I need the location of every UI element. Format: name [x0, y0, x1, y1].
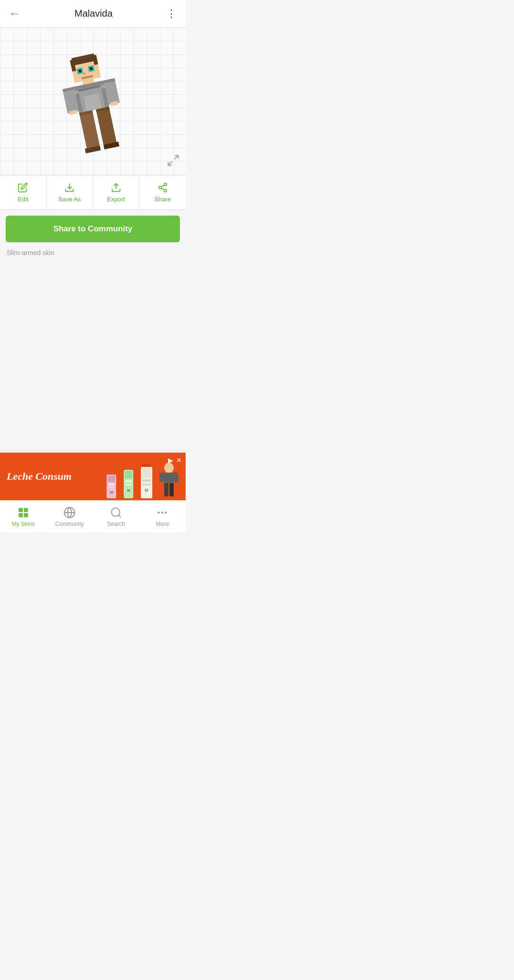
- bottle-3: M: [138, 462, 155, 500]
- nav-community[interactable]: Community: [47, 501, 93, 533]
- more-icon: [156, 506, 168, 519]
- back-button[interactable]: ←: [9, 6, 21, 21]
- ad-banner: Leche Consum ▶ ✕ M M: [0, 453, 186, 500]
- my-skins-icon: [17, 506, 30, 519]
- svg-rect-56: [142, 479, 151, 482]
- svg-rect-10: [90, 68, 92, 70]
- skin-svg: [54, 48, 131, 158]
- ad-play-button[interactable]: ▶: [168, 456, 173, 464]
- svg-rect-19: [83, 93, 101, 111]
- svg-rect-26: [79, 110, 100, 152]
- svg-line-72: [119, 515, 121, 517]
- nav-my-skins[interactable]: My Skins: [0, 501, 47, 533]
- svg-point-75: [165, 511, 167, 513]
- ad-close-button[interactable]: ✕: [176, 456, 182, 464]
- svg-text:M: M: [127, 488, 130, 493]
- export-label: Export: [107, 196, 125, 203]
- save-as-button[interactable]: Save As: [47, 176, 93, 209]
- svg-line-39: [161, 188, 164, 190]
- nav-community-label: Community: [55, 521, 84, 527]
- expand-icon[interactable]: [167, 154, 180, 169]
- page-title: Malavida: [74, 8, 112, 19]
- skin-preview: [54, 48, 131, 159]
- svg-rect-49: [125, 471, 132, 478]
- svg-rect-9: [79, 70, 81, 72]
- svg-rect-61: [159, 473, 164, 482]
- bottle-2: M: [121, 464, 136, 500]
- svg-point-73: [158, 511, 160, 513]
- svg-text:M: M: [145, 488, 148, 493]
- nav-my-skins-label: My Skins: [11, 521, 35, 527]
- svg-rect-28: [96, 107, 118, 148]
- svg-point-36: [164, 183, 167, 186]
- svg-point-59: [164, 463, 174, 473]
- svg-rect-51: [125, 484, 132, 485]
- svg-rect-11: [83, 73, 86, 75]
- svg-rect-50: [125, 480, 132, 482]
- nav-search[interactable]: Search: [93, 501, 139, 533]
- svg-line-33: [168, 161, 172, 165]
- search-icon: [110, 506, 122, 519]
- svg-rect-66: [24, 508, 28, 512]
- svg-rect-47: [125, 467, 132, 470]
- action-row: Edit Save As Export Share: [0, 175, 186, 210]
- edit-label: Edit: [18, 196, 28, 203]
- export-button[interactable]: Export: [93, 176, 140, 209]
- main-content: [0, 262, 186, 453]
- edit-button[interactable]: Edit: [0, 176, 47, 209]
- svg-rect-68: [24, 513, 28, 517]
- svg-rect-44: [108, 484, 115, 485]
- ad-text: Leche Consum: [7, 470, 71, 483]
- bottom-nav: My Skins Community Search More: [0, 500, 186, 533]
- community-icon: [63, 506, 76, 519]
- svg-rect-65: [19, 508, 23, 512]
- nav-search-label: Search: [107, 521, 125, 527]
- nav-more-label: More: [156, 521, 169, 527]
- svg-point-38: [164, 189, 167, 192]
- svg-rect-57: [142, 484, 151, 485]
- share-button[interactable]: Share: [139, 176, 186, 209]
- svg-text:M: M: [110, 490, 113, 495]
- skin-canvas: [0, 28, 186, 175]
- svg-rect-41: [108, 472, 115, 475]
- share-label: Share: [154, 196, 171, 203]
- svg-point-74: [161, 511, 163, 513]
- bottle-1: M: [104, 467, 119, 500]
- svg-point-71: [111, 508, 119, 516]
- ad-controls: ▶ ✕: [168, 456, 182, 464]
- action-figure: [157, 462, 181, 500]
- svg-rect-43: [108, 475, 115, 482]
- svg-rect-60: [164, 473, 174, 483]
- svg-rect-64: [169, 483, 174, 496]
- svg-rect-45: [108, 487, 115, 488]
- nav-more[interactable]: More: [139, 501, 186, 533]
- svg-rect-67: [19, 513, 23, 517]
- header: ← Malavida ⋮: [0, 0, 186, 28]
- svg-line-32: [174, 156, 178, 159]
- svg-point-37: [158, 186, 161, 189]
- skin-type-label: Slim-armed skin: [0, 248, 186, 262]
- svg-line-40: [161, 185, 164, 187]
- save-as-label: Save As: [58, 196, 81, 203]
- menu-button[interactable]: ⋮: [166, 8, 177, 20]
- share-community-button[interactable]: Share to Community: [6, 216, 180, 242]
- ad-bottles: M M M: [104, 459, 186, 500]
- svg-rect-63: [164, 483, 168, 496]
- svg-rect-53: [143, 464, 150, 467]
- svg-rect-62: [174, 473, 178, 482]
- svg-rect-55: [142, 468, 151, 477]
